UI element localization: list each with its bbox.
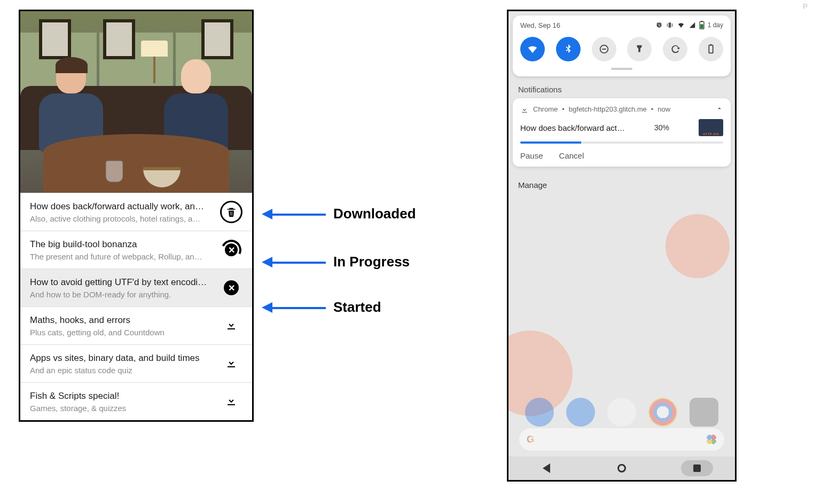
episode-subtitle: Also, active clothing protocols, hotel r… [30,214,214,223]
phone-app-icon[interactable] [525,398,554,427]
back-button[interactable] [530,460,562,476]
wifi-icon [677,21,685,29]
notification-title: How does back/forward act… [520,123,625,132]
download-progress-bar [520,141,723,144]
episode-title: How does back/forward actually work, an… [30,201,214,212]
battery-icon [699,21,705,29]
battery-text: 1 day [708,21,723,29]
progress-spinner-icon: ✕ [221,240,241,260]
android-notification-shade-frame: G Wed, Sep 16 1 day Notifications [507,10,737,482]
recents-button[interactable] [681,460,713,476]
download-notification[interactable]: Chrome • bgfetch-http203.glitch.me • now… [513,98,731,167]
notification-source: bgfetch-http203.glitch.me [569,105,647,113]
episode-title: Apps vs sites, binary data, and build ti… [30,353,214,364]
download-button[interactable] [220,352,242,375]
cancel-download-button[interactable]: ✕ [220,277,242,299]
manage-button[interactable]: Manage [518,180,735,190]
annotation-label: Downloaded [333,206,416,222]
homescreen-background: G [508,235,735,480]
wifi-toggle[interactable] [520,37,545,61]
status-bar: Wed, Sep 16 1 day [520,21,723,29]
notifications-section-label: Notifications [518,85,735,94]
svg-rect-6 [710,44,712,45]
delete-button[interactable] [220,201,242,223]
episode-subtitle: And an epic status code quiz [30,366,214,375]
pause-button[interactable]: Pause [520,151,543,160]
notification-percent: 30% [654,123,669,132]
dock [519,398,724,427]
annotation-in-progress: In Progress [262,254,410,270]
system-nav-bar [508,456,735,480]
podcast-app-frame: How does back/forward actually work, an…… [19,10,254,422]
episode-subtitle: The present and future of webpack, Rollu… [30,252,214,261]
episode-title: Fish & Scripts special! [30,391,214,401]
svg-rect-1 [701,21,702,22]
google-search-bar[interactable]: G [519,428,724,451]
download-button[interactable] [220,314,242,337]
download-button[interactable] [220,390,242,413]
rotation-toggle[interactable] [663,37,687,61]
dnd-toggle[interactable] [592,37,616,61]
assistant-icon[interactable] [706,434,717,445]
notification-thumbnail [699,119,723,136]
download-icon [225,356,238,371]
episode-row[interactable]: Maths, hooks, and errors Plus cats, gett… [20,306,252,344]
quick-settings-panel: Wed, Sep 16 1 day [513,15,731,76]
alarm-icon [655,21,663,29]
episode-subtitle: And how to be DOM-ready for anything. [30,290,214,299]
svg-rect-5 [709,45,713,53]
episode-row[interactable]: The big build-tool bonanza The present a… [20,231,252,269]
download-icon [225,318,238,333]
trash-icon [220,201,242,223]
home-button[interactable] [606,460,638,476]
episode-title: The big build-tool bonanza [30,239,214,250]
vibrate-icon [666,21,674,29]
annotation-label: Started [333,299,381,316]
episode-subtitle: Games, storage, & quizzes [30,404,214,413]
google-logo-icon: G [527,434,534,445]
notification-time: now [658,105,670,113]
episode-row[interactable]: Fish & Scripts special! Games, storage, … [20,382,252,420]
bluetooth-toggle[interactable] [556,37,581,61]
status-date: Wed, Sep 16 [520,21,560,29]
episode-subtitle: Plus cats, getting old, and Countdown [30,328,214,337]
flashlight-toggle[interactable] [627,37,652,61]
annotation-started: Started [262,299,381,316]
play-store-icon[interactable] [607,398,636,427]
download-icon [225,394,238,409]
quick-settings-toggles [520,37,723,61]
chrome-app-icon[interactable] [648,398,677,427]
notification-app-name: Chrome [533,105,558,113]
episode-row[interactable]: How does back/forward actually work, an…… [20,193,252,231]
annotation-label: In Progress [333,254,410,270]
episode-title: How to avoid getting UTF'd by text encod… [30,277,214,288]
camera-app-icon[interactable] [690,398,718,427]
annotation-downloaded: Downloaded [262,206,416,222]
battery-saver-toggle[interactable] [699,37,723,61]
svg-rect-2 [700,24,703,28]
messages-app-icon[interactable] [566,398,595,427]
episode-row[interactable]: How to avoid getting UTF'd by text encod… [20,269,252,306]
cancel-download-button[interactable]: ✕ [220,239,242,261]
hero-image [20,11,252,193]
drag-handle[interactable] [611,68,632,70]
cancel-button[interactable]: Cancel [559,151,584,160]
episode-title: Maths, hooks, and errors [30,315,214,326]
corner-badge: P [803,2,808,11]
collapse-icon[interactable] [716,105,723,114]
download-icon [520,105,529,114]
cancel-icon: ✕ [224,280,239,295]
notification-app-line: Chrome • bgfetch-http203.glitch.me • now [520,105,670,114]
signal-icon [688,21,696,29]
svg-rect-4 [602,49,606,50]
episode-row[interactable]: Apps vs sites, binary data, and build ti… [20,344,252,382]
